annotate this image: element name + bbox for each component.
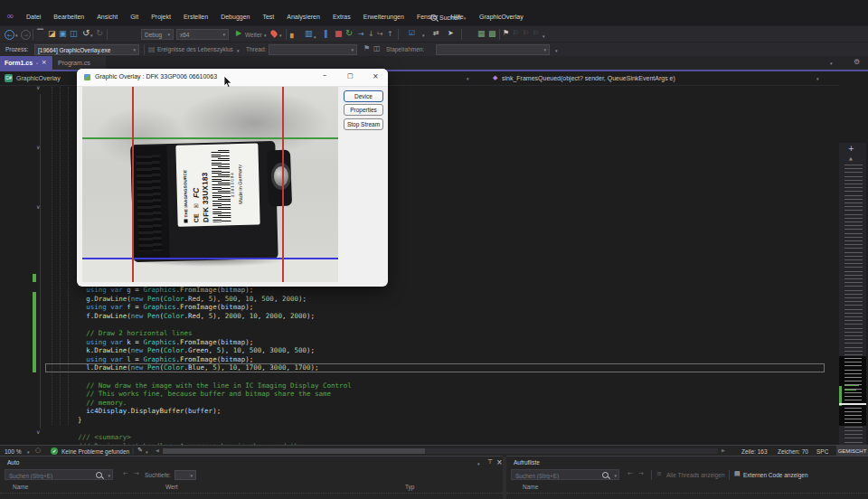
platform-dropdown[interactable]: x64▾	[176, 29, 229, 40]
code-line[interactable]: using var l = Graphics.FromImage(bitmap)…	[45, 355, 825, 364]
menu-item[interactable]: Git	[124, 14, 145, 25]
save-icon[interactable]: ▣	[59, 30, 67, 38]
tab-form1[interactable]: Form1.cs ◦ ×	[0, 56, 52, 70]
code-line[interactable]: using var k = Graphics.FromImage(bitmap)…	[45, 338, 825, 347]
pause-icon[interactable]: ‖	[324, 30, 328, 38]
search-forward-icon[interactable]: →	[134, 471, 139, 477]
test-explorer-icon[interactable]: ☑	[409, 30, 415, 37]
minimap-splitter-icon[interactable]: +	[848, 146, 854, 153]
code-line-current[interactable]: l.DrawLine(new Pen(Color.Blue, 5), 10, 1…	[45, 363, 825, 372]
menu-item[interactable]: Projekt	[145, 14, 177, 25]
navigate-forward-icon[interactable]: →	[21, 30, 31, 40]
callstack-panel-title[interactable]: Aufrufliste	[506, 457, 868, 466]
fold-chevron-icon[interactable]: ∨	[36, 85, 40, 90]
code-line[interactable]: f.DrawLine(new Pen(Color.Red, 5), 2000, …	[45, 312, 825, 321]
next-bookmark-icon[interactable]: ⚐	[523, 30, 529, 37]
bookmark-icon[interactable]: ⚑	[503, 30, 509, 37]
minimap-viewport[interactable]	[839, 356, 866, 426]
step-into-icon[interactable]: ↓	[368, 31, 374, 38]
code-line[interactable]: using var f = Graphics.FromImage(bitmap)…	[45, 303, 825, 312]
step-over-icon[interactable]: ↪	[377, 31, 383, 38]
lifecycle-label[interactable]: Ereignisse des Lebenszyklus	[157, 46, 233, 52]
col-name[interactable]: Name	[13, 484, 28, 490]
code-line[interactable]: using var g = Graphics.FromImage(bitmap)…	[45, 286, 825, 295]
pen-caret[interactable]: ▾	[146, 449, 148, 455]
toolbar2-overflow-caret[interactable]: ▾	[555, 48, 558, 53]
tab-close-icon[interactable]: ×	[42, 60, 47, 66]
continue-play-icon[interactable]: ▶	[236, 30, 241, 37]
close-icon[interactable]: ×	[496, 459, 503, 466]
show-all-threads[interactable]: Alle Threads anzeigen	[666, 472, 725, 478]
navigate-back-icon[interactable]: ←	[5, 30, 14, 40]
lifecycle-caret[interactable]: ▾	[237, 48, 240, 53]
menu-item[interactable]: Analysieren	[280, 14, 326, 25]
step-out-icon[interactable]: ↑	[387, 31, 393, 38]
undo-caret[interactable]: ▾	[90, 33, 93, 38]
code-line[interactable]: // memory.	[45, 399, 825, 408]
window-layout-icon[interactable]: ▥	[305, 30, 313, 38]
code-line[interactable]: }	[45, 416, 825, 425]
breadcrumb-class-caret[interactable]: ▾	[467, 76, 469, 81]
code-line[interactable]	[45, 425, 825, 434]
code-line[interactable]: k.DrawLine(new Pen(Color.Green, 5), 10, …	[45, 346, 825, 355]
maximize-icon[interactable]: □	[347, 72, 354, 80]
fold-chevron-icon[interactable]: ∨	[36, 429, 40, 435]
breadcrumb-project[interactable]: GraphicOverlay	[16, 75, 61, 81]
close-icon[interactable]: ×	[373, 72, 379, 80]
split-view-icon[interactable]: ▩	[488, 30, 496, 38]
minimize-icon[interactable]: –	[323, 71, 326, 80]
zoom-caret[interactable]: ▾	[27, 449, 30, 455]
toolbar-overflow-caret[interactable]: ▾	[542, 33, 545, 39]
thread-dropdown[interactable]: ▾	[269, 44, 357, 55]
settings-gear-icon[interactable]: ⚙	[854, 59, 860, 66]
device-button[interactable]: Device	[344, 90, 383, 102]
menu-item[interactable]: Bearbeiten	[47, 14, 90, 25]
menu-item[interactable]: Datei	[20, 14, 47, 25]
code-line[interactable]	[45, 320, 825, 329]
col-wert[interactable]: Wert	[165, 484, 178, 490]
status-spc[interactable]: SPC	[816, 448, 828, 455]
show-next-statement-icon[interactable]: →	[358, 31, 364, 38]
navigate-back-caret[interactable]: ▾	[15, 33, 18, 38]
depth-dropdown[interactable]: ▾	[175, 470, 196, 480]
problems-status[interactable]: Keine Probleme gefunden	[61, 448, 129, 455]
menu-item[interactable]: Ansicht	[90, 14, 124, 25]
hscroll-left-icon[interactable]: ◀	[156, 448, 159, 453]
solution-config-dropdown[interactable]: Debug▾	[141, 29, 174, 40]
callstack-search-box[interactable]: ▾	[511, 469, 619, 480]
test-explorer-caret[interactable]: ▾	[422, 33, 425, 38]
continue-label[interactable]: Weiter	[245, 32, 262, 38]
threads-icon[interactable]: ◫	[373, 45, 381, 52]
menu-item[interactable]: Debuggen	[214, 14, 256, 25]
menu-item[interactable]: Extras	[326, 14, 357, 25]
hscrollbar-thumb[interactable]	[163, 448, 425, 454]
pin-icon[interactable]: ⊤	[487, 459, 493, 466]
autos-search-input[interactable]	[7, 470, 91, 481]
stackframe-dropdown[interactable]: ▾	[436, 44, 550, 55]
window-layout-caret[interactable]: ▾	[314, 34, 316, 40]
col-typ[interactable]: Typ	[405, 484, 414, 490]
compare-icon[interactable]: ⇄	[433, 30, 439, 37]
edit-pen-icon[interactable]: ✎	[137, 447, 143, 454]
zoom-level[interactable]: 100 %	[5, 448, 21, 455]
code-text[interactable]: using var g = Graphics.FromImage(bitmap)…	[45, 286, 825, 445]
hot-reload-caret[interactable]: ▾	[279, 33, 282, 38]
autos-search-box[interactable]: ▾	[5, 469, 113, 480]
hscroll-right-icon[interactable]: ▶	[722, 448, 725, 453]
undo-icon[interactable]: ↺	[82, 29, 90, 38]
diagnostics-icon[interactable]: ▖	[290, 30, 297, 38]
redo-icon[interactable]: ↻	[96, 29, 103, 38]
fold-chevron-icon[interactable]: ∨	[36, 204, 40, 210]
search-back-icon[interactable]: ←	[123, 471, 128, 477]
quick-search[interactable]: Suchen ▾	[430, 14, 466, 21]
menu-item[interactable]: Erstellen	[177, 14, 214, 25]
search-forward-icon[interactable]: →	[638, 471, 644, 477]
clear-bookmarks-icon[interactable]: ⚐	[533, 30, 539, 37]
code-line[interactable]	[45, 372, 825, 381]
health-indicator-icon[interactable]: ○	[35, 447, 41, 454]
code-line[interactable]: // Now draw the image with the line in I…	[45, 381, 825, 391]
pointer-mode-icon[interactable]: ➤	[448, 30, 454, 37]
hscrollbar-track[interactable]	[163, 448, 718, 454]
panel-dropdown-caret[interactable]: ▾	[477, 461, 480, 466]
menu-item[interactable]: Test	[256, 14, 280, 25]
